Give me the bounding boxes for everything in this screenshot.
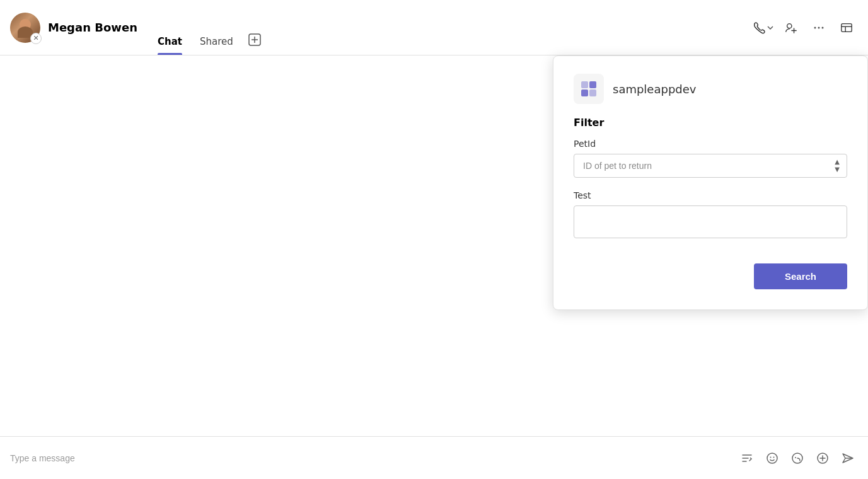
svg-point-16 xyxy=(795,457,796,458)
tab-chat[interactable]: Chat xyxy=(150,0,190,55)
svg-point-8 xyxy=(822,26,824,28)
message-input-bar xyxy=(0,436,868,479)
format-icon xyxy=(741,452,753,465)
tab-shared[interactable]: Shared xyxy=(192,0,241,55)
attach-icon xyxy=(816,452,829,465)
add-people-button[interactable] xyxy=(780,16,802,39)
svg-point-12 xyxy=(767,453,777,463)
avatar-close-icon[interactable]: ✕ xyxy=(30,33,42,44)
petid-select-wrapper: ID of pet to return ▲ ▼ xyxy=(574,154,847,178)
attach-button[interactable] xyxy=(813,448,833,468)
app-icon xyxy=(574,74,604,104)
app-name: sampleappdev xyxy=(613,83,696,96)
pop-out-button[interactable] xyxy=(835,16,858,39)
svg-point-6 xyxy=(814,26,816,28)
search-button[interactable]: Search xyxy=(754,263,847,289)
test-input[interactable] xyxy=(574,205,847,238)
svg-point-7 xyxy=(818,26,820,28)
send-button[interactable] xyxy=(838,448,858,468)
format-button[interactable] xyxy=(737,448,757,468)
call-dropdown-icon xyxy=(767,24,774,32)
petid-select[interactable]: ID of pet to return xyxy=(574,154,847,178)
message-input[interactable] xyxy=(10,453,729,463)
toolbar-icons xyxy=(737,448,858,468)
popup-card: sampleappdev Filter PetId ID of pet to r… xyxy=(553,55,868,310)
svg-point-14 xyxy=(773,456,775,458)
svg-point-3 xyxy=(787,23,792,28)
svg-rect-24 xyxy=(589,89,596,96)
add-tab-icon xyxy=(248,33,261,46)
call-icon xyxy=(753,21,765,34)
emoji-button[interactable] xyxy=(762,448,782,468)
svg-rect-9 xyxy=(842,23,852,32)
add-people-icon xyxy=(785,21,797,34)
user-name: Megan Bowen xyxy=(48,21,137,34)
filter-title: Filter xyxy=(574,117,847,129)
send-icon xyxy=(842,452,854,465)
petid-label: PetId xyxy=(574,139,847,149)
add-tab-button[interactable] xyxy=(243,0,266,55)
pop-out-icon xyxy=(840,21,853,34)
popup-app-header: sampleappdev xyxy=(574,74,847,104)
popup-footer: Search xyxy=(574,263,847,289)
sticker-button[interactable] xyxy=(787,448,807,468)
main-area: sampleappdev Filter PetId ID of pet to r… xyxy=(0,55,868,479)
svg-rect-22 xyxy=(589,81,596,88)
header: ✕ Megan Bowen Chat Shared xyxy=(0,0,868,55)
sticker-icon xyxy=(791,452,804,465)
emoji-icon xyxy=(766,452,778,465)
svg-rect-21 xyxy=(581,81,588,88)
more-icon xyxy=(813,21,825,34)
test-label: Test xyxy=(574,190,847,200)
call-button[interactable] xyxy=(752,16,775,39)
svg-point-13 xyxy=(770,456,772,458)
svg-rect-23 xyxy=(581,89,588,96)
avatar-container: ✕ xyxy=(10,13,40,43)
more-options-button[interactable] xyxy=(807,16,830,39)
app-icon-svg xyxy=(580,80,598,98)
header-actions xyxy=(752,16,858,39)
nav-tabs: Chat Shared xyxy=(150,0,266,55)
